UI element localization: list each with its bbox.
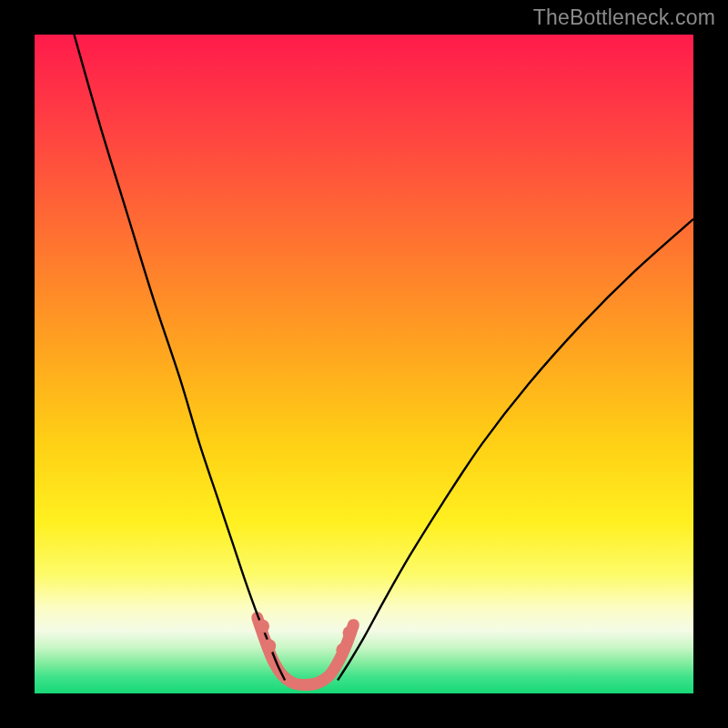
- watermark-text: TheBottleneck.com: [533, 5, 715, 30]
- trough-dot-1: [262, 639, 276, 652]
- plot-area: [35, 35, 693, 693]
- series-left_curve: [74, 35, 285, 681]
- chart-frame: TheBottleneck.com: [0, 0, 728, 728]
- trough-dot-2: [336, 643, 349, 657]
- trough-dot-3: [343, 626, 357, 640]
- series-right_curve: [338, 219, 693, 681]
- curves-layer: [35, 35, 693, 693]
- trough-dot-0: [256, 620, 269, 633]
